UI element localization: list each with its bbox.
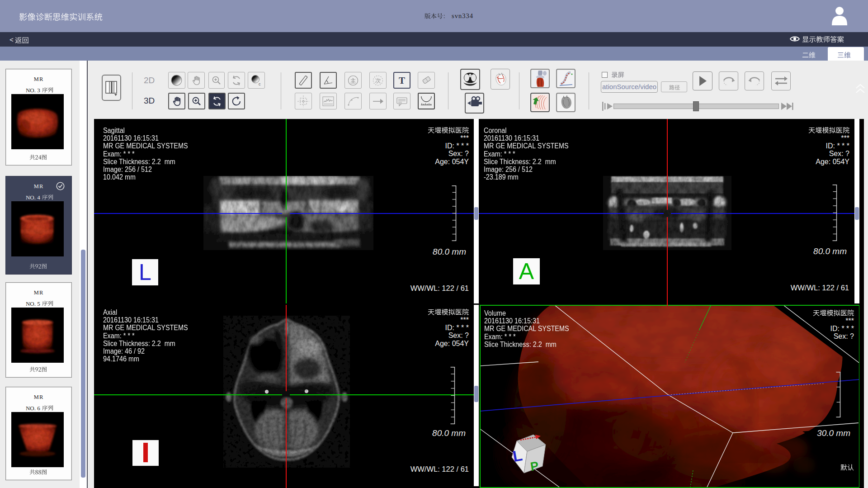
svg-text:c: c [259, 82, 261, 86]
svg-text:T: T [399, 75, 405, 86]
